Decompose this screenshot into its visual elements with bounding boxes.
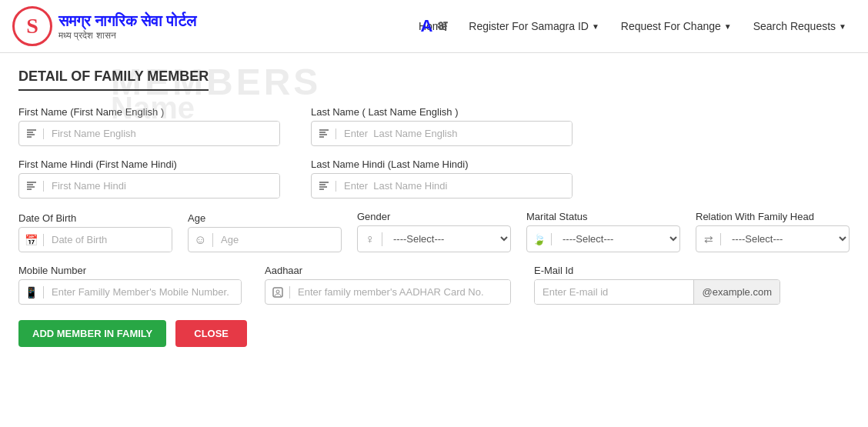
language-switcher: A अ [421, 16, 448, 36]
svg-rect-8 [27, 182, 36, 183]
first-name-hindi-input[interactable] [44, 174, 279, 198]
first-name-hindi-group: First Name Hindi (First Name Hindi) [18, 158, 280, 198]
request-change-dropdown-icon: ▼ [724, 22, 732, 31]
age-input[interactable] [213, 228, 259, 252]
form-section: DETAIL OF FAMILY MEMBER Name First Name … [18, 68, 850, 347]
first-name-english-label: First Name (First Name English ) [18, 106, 280, 118]
search-requests-dropdown-icon: ▼ [839, 22, 846, 31]
svg-rect-4 [319, 129, 329, 131]
row-name-hindi: First Name Hindi (First Name Hindi) Last… [18, 158, 850, 198]
nav-register[interactable]: Register For Samagra ID ▼ [459, 14, 609, 38]
calendar-icon: 📅 [19, 234, 44, 246]
first-name-hindi-label: First Name Hindi (First Name Hindi) [18, 158, 280, 170]
relation-select-wrapper: ⇄ ----Select--- [696, 225, 850, 252]
gender-icon: ♀ [358, 232, 382, 246]
svg-rect-5 [319, 132, 326, 133]
close-button[interactable]: CLOSE [175, 320, 247, 347]
age-icon: ☺ [189, 233, 213, 247]
email-wrapper: @example.com [534, 279, 780, 305]
logo-subtitle: मध्य प्रदेश शासन [58, 30, 196, 41]
first-name-english-input[interactable] [44, 122, 279, 145]
logo-title: समग्र नागरिक सेवा पोर्टल [58, 12, 196, 30]
last-name-hindi-group: Last Name Hindi (Last Name Hindi) [311, 158, 573, 198]
mobile-label: Mobile Number [18, 265, 242, 276]
aadhar-group: Aadhaar [265, 265, 511, 305]
header: S समग्र नागरिक सेवा पोर्टल मध्य प्रदेश श… [0, 0, 868, 53]
gender-group: Gender ♀ ----Select--- [357, 211, 511, 252]
gender-select-wrapper: ♀ ----Select--- [357, 225, 511, 252]
first-name-icon [19, 128, 44, 139]
mobile-group: Mobile Number 📱 [18, 265, 242, 305]
last-name-hindi-wrapper [311, 173, 573, 198]
marital-select-wrapper: 🍃 ----Select--- [526, 225, 680, 252]
gender-select[interactable]: ----Select--- [382, 226, 510, 252]
svg-rect-6 [319, 134, 327, 135]
marital-group: Marital Status 🍃 ----Select--- [526, 211, 680, 252]
mobile-wrapper: 📱 [18, 279, 242, 305]
dob-group: Date Of Birth 📅 [18, 212, 172, 252]
first-name-english-group: First Name (First Name English ) [18, 106, 280, 146]
aadhar-icon [265, 286, 290, 299]
mobile-icon: 📱 [19, 286, 44, 299]
svg-rect-10 [27, 186, 35, 188]
svg-rect-0 [27, 129, 36, 131]
shuffle-icon: ⇄ [696, 233, 721, 245]
gender-label: Gender [357, 211, 511, 222]
lang-english[interactable]: A [421, 16, 433, 36]
svg-rect-15 [319, 188, 324, 190]
last-name-english-group: Last Name ( Last Name English ) [311, 106, 573, 146]
register-dropdown-icon: ▼ [592, 22, 599, 31]
dob-label: Date Of Birth [18, 212, 172, 224]
relation-select[interactable]: ----Select--- [721, 226, 849, 252]
last-name-hindi-icon [312, 181, 336, 192]
age-label: Age [188, 212, 342, 224]
main-nav: Home Register For Samagra ID ▼ Request F… [409, 14, 856, 38]
svg-point-17 [276, 290, 279, 293]
main-content: MEMBERS DETAIL OF FAMILY MEMBER Name Fir… [0, 53, 868, 362]
aadhar-input[interactable] [290, 280, 510, 304]
last-name-english-label: Last Name ( Last Name English ) [311, 106, 573, 118]
dob-input[interactable] [44, 228, 172, 252]
email-label: E-Mail Id [534, 265, 780, 276]
nav-search-requests[interactable]: Search Requests ▼ [744, 14, 856, 38]
last-name-english-wrapper [311, 121, 573, 146]
relation-group: Relation With Family Head ⇄ ----Select--… [696, 211, 850, 252]
first-name-hindi-wrapper [18, 173, 280, 198]
svg-rect-2 [27, 134, 35, 135]
svg-rect-3 [27, 136, 32, 138]
age-group: Age ☺ [188, 212, 342, 252]
svg-rect-9 [27, 184, 33, 185]
first-name-hindi-icon [19, 181, 44, 192]
email-suffix: @example.com [693, 280, 780, 304]
last-name-icon [312, 128, 336, 139]
logo-icon: S [12, 6, 52, 46]
svg-rect-13 [319, 184, 326, 185]
aadhar-wrapper [265, 279, 511, 305]
age-wrapper: ☺ [188, 227, 342, 252]
leaf-icon: 🍃 [527, 233, 552, 245]
last-name-hindi-input[interactable] [336, 174, 572, 198]
dob-wrapper: 📅 [18, 227, 172, 252]
lang-hindi[interactable]: अ [437, 18, 447, 35]
add-member-button[interactable]: ADD MEMBER IN FAMILY [18, 320, 166, 347]
email-group: E-Mail Id @example.com [534, 265, 780, 305]
logo-text: समग्र नागरिक सेवा पोर्टल मध्य प्रदेश शास… [58, 12, 196, 41]
row-mobile-aadhar-email: Mobile Number 📱 Aadhaar [18, 265, 850, 305]
marital-select[interactable]: ----Select--- [552, 226, 679, 252]
first-name-english-wrapper [18, 121, 280, 146]
button-row: ADD MEMBER IN FAMILY CLOSE [18, 320, 850, 347]
nav-request-change[interactable]: Request For Change ▼ [612, 14, 741, 38]
svg-rect-1 [27, 132, 33, 133]
email-input[interactable] [535, 280, 693, 304]
row-dob-gender: Date Of Birth 📅 Age ☺ Gender ♀ [18, 211, 850, 252]
mobile-input[interactable] [44, 280, 241, 304]
marital-label: Marital Status [526, 211, 680, 222]
svg-rect-7 [319, 136, 324, 138]
last-name-hindi-label: Last Name Hindi (Last Name Hindi) [311, 158, 573, 170]
svg-rect-11 [27, 188, 32, 190]
section-title: DETAIL OF FAMILY MEMBER [18, 68, 209, 91]
svg-rect-12 [319, 182, 329, 183]
last-name-english-input[interactable] [336, 122, 572, 145]
logo-area: S समग्र नागरिक सेवा पोर्टल मध्य प्रदेश श… [12, 6, 196, 46]
row-name-english: First Name (First Name English ) Last Na… [18, 106, 850, 146]
